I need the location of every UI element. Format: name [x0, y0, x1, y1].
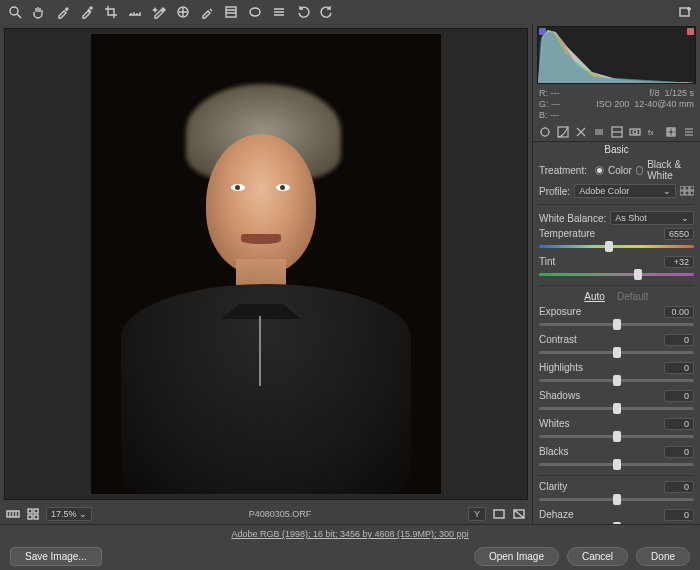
cancel-button[interactable]: Cancel [567, 547, 628, 566]
slider-exposure: Exposure0.00 [539, 306, 694, 330]
slider-dehaze: Dehaze0 [539, 509, 694, 524]
rotate-cw-icon[interactable] [320, 5, 334, 19]
crop-icon[interactable] [104, 5, 118, 19]
filename: P4080305.ORF [249, 509, 312, 519]
slider-whites: Whites0 [539, 418, 694, 442]
eyedropper-sample-icon[interactable] [80, 5, 94, 19]
slider-highlights-value[interactable]: 0 [664, 362, 694, 374]
profile-select[interactable]: Adobe Color⌄ [574, 184, 676, 198]
svg-rect-8 [34, 509, 38, 513]
svg-point-13 [541, 128, 549, 136]
slider-exposure-value[interactable]: 0.00 [664, 306, 694, 318]
slider-dehaze-track[interactable] [539, 521, 694, 524]
straighten-icon[interactable] [128, 5, 142, 19]
slider-shadows-value[interactable]: 0 [664, 390, 694, 402]
svg-point-17 [633, 130, 637, 134]
wb-label: White Balance: [539, 213, 606, 224]
highlight-clip-icon[interactable] [512, 507, 526, 521]
panel-title: Basic [533, 142, 700, 159]
graduated-filter-icon[interactable] [224, 5, 238, 19]
tab-hsl-icon[interactable] [593, 125, 605, 138]
svg-rect-10 [34, 515, 38, 519]
tab-split-icon[interactable] [611, 125, 623, 138]
radial-filter-icon[interactable] [248, 5, 262, 19]
compare-toggle[interactable]: Y [468, 507, 486, 521]
preview-pane: 17.5%⌄ P4080305.ORF Y [0, 24, 532, 524]
slider-temperature-value[interactable]: 6550 [664, 228, 694, 240]
slider-clarity-value[interactable]: 0 [664, 481, 694, 493]
spot-heal-icon[interactable] [152, 5, 166, 19]
image-info-link[interactable]: Adobe RGB (1998); 16 bit; 3456 by 4608 (… [231, 529, 468, 539]
treatment-label: Treatment: [539, 165, 587, 176]
svg-rect-21 [680, 186, 684, 190]
panel-tabs: fx [533, 122, 700, 142]
svg-rect-11 [494, 510, 504, 518]
slider-contrast-value[interactable]: 0 [664, 334, 694, 346]
svg-rect-9 [28, 515, 32, 519]
slider-blacks: Blacks0 [539, 446, 694, 470]
filmstrip-icon[interactable] [6, 507, 20, 521]
treatment-color-radio[interactable] [595, 166, 604, 175]
slider-tint-track[interactable] [539, 268, 694, 280]
svg-rect-23 [690, 186, 694, 190]
toolbar [0, 0, 700, 24]
slider-shadows-track[interactable] [539, 402, 694, 414]
zoom-select[interactable]: 17.5%⌄ [46, 507, 92, 521]
tab-detail-icon[interactable] [575, 125, 587, 138]
tab-fx-icon[interactable]: fx [647, 125, 659, 138]
zoom-icon[interactable] [8, 5, 22, 19]
slider-clarity-track[interactable] [539, 493, 694, 505]
profile-browser-icon[interactable] [680, 186, 694, 196]
svg-rect-3 [226, 7, 236, 17]
profile-label: Profile: [539, 186, 570, 197]
presets-icon[interactable] [272, 5, 286, 19]
add-snapshot-icon[interactable] [678, 5, 692, 19]
tab-basic-icon[interactable] [539, 125, 551, 138]
status-bar: 17.5%⌄ P4080305.ORF Y [0, 504, 532, 524]
open-image-button[interactable]: Open Image [474, 547, 559, 566]
eyedropper-wb-icon[interactable] [56, 5, 70, 19]
wb-select[interactable]: As Shot⌄ [610, 211, 694, 225]
hand-icon[interactable] [32, 5, 46, 19]
default-button[interactable]: Default [617, 291, 649, 302]
treatment-bw-radio[interactable] [636, 166, 643, 175]
tab-curve-icon[interactable] [557, 125, 569, 138]
tab-presets-icon[interactable] [683, 125, 695, 138]
tab-lens-icon[interactable] [629, 125, 641, 138]
svg-rect-19 [667, 128, 675, 136]
rotate-ccw-icon[interactable] [296, 5, 310, 19]
save-image-button[interactable]: Save Image... [10, 547, 102, 566]
slider-blacks-value[interactable]: 0 [664, 446, 694, 458]
grid-view-icon[interactable] [26, 507, 40, 521]
slider-tint-value[interactable]: +32 [664, 256, 694, 268]
slider-contrast-track[interactable] [539, 346, 694, 358]
footer: Adobe RGB (1998); 16 bit; 3456 by 4608 (… [0, 524, 700, 570]
slider-temperature-track[interactable] [539, 240, 694, 252]
redeye-icon[interactable] [176, 5, 190, 19]
slider-contrast: Contrast0 [539, 334, 694, 358]
exif-readout: R: ---G: ---B: --- f/8 1/125 s ISO 200 1… [533, 86, 700, 122]
slider-blacks-track[interactable] [539, 458, 694, 470]
slider-tint: Tint+32 [539, 256, 694, 280]
adjust-brush-icon[interactable] [200, 5, 214, 19]
slider-whites-track[interactable] [539, 430, 694, 442]
image-canvas[interactable] [4, 28, 528, 500]
done-button[interactable]: Done [636, 547, 690, 566]
slider-shadows: Shadows0 [539, 390, 694, 414]
slider-dehaze-value[interactable]: 0 [664, 509, 694, 521]
slider-highlights-track[interactable] [539, 374, 694, 386]
svg-point-0 [10, 7, 18, 15]
auto-button[interactable]: Auto [584, 291, 605, 302]
shadow-clip-icon[interactable] [492, 507, 506, 521]
svg-rect-14 [558, 127, 568, 137]
slider-whites-value[interactable]: 0 [664, 418, 694, 430]
histogram[interactable] [537, 26, 696, 84]
slider-temperature: Temperature6550 [539, 228, 694, 252]
svg-rect-7 [28, 509, 32, 513]
svg-rect-26 [690, 191, 694, 195]
adjust-panel: R: ---G: ---B: --- f/8 1/125 s ISO 200 1… [532, 24, 700, 524]
svg-point-1 [90, 7, 92, 9]
slider-exposure-track[interactable] [539, 318, 694, 330]
svg-text:fx: fx [648, 129, 654, 136]
tab-calib-icon[interactable] [665, 125, 677, 138]
